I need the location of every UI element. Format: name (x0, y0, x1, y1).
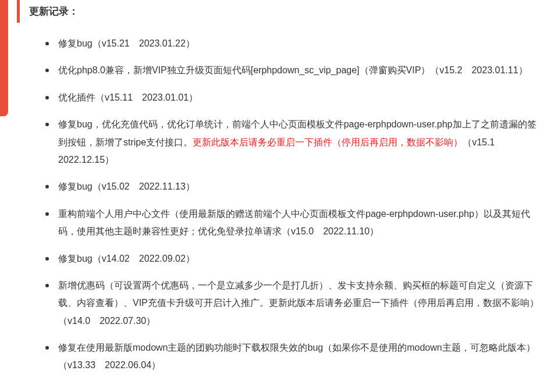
changelog-item: 新增优惠码（可设置两个优惠码，一个是立减多少一个是打几折）、发卡支持余额、购买框… (58, 277, 542, 330)
header-box: 更新记录： (17, 0, 548, 23)
changelog-item: 修复bug（v15.02 2022.11.13） (58, 178, 542, 195)
changelog-item: 重构前端个人用户中心文件（使用最新版的赠送前端个人中心页面模板文件page-er… (58, 205, 542, 241)
changelog-item: 优化php8.0兼容，新增VIP独立升级页面短代码[erphpdown_sc_v… (58, 62, 542, 79)
changelog-item: 修复bug，优化充值代码，优化订单统计，前端个人中心页面模板文件page-erp… (58, 116, 542, 169)
left-accent-bar (0, 0, 8, 116)
changelog-item: 修复bug（v15.21 2023.01.22） (58, 35, 542, 52)
changelog-item: 修复bug（v14.02 2022.09.02） (58, 250, 542, 268)
changelog-content: 修复bug（v15.21 2023.01.22） 优化php8.0兼容，新增VI… (35, 35, 542, 384)
changelog-list: 修复bug（v15.21 2023.01.22） 优化php8.0兼容，新增VI… (35, 35, 542, 375)
section-title: 更新记录： (29, 5, 548, 18)
changelog-item: 修复在使用最新版modown主题的团购功能时下载权限失效的bug（如果你不是使用… (58, 339, 542, 375)
changelog-highlight: 更新此版本后请务必重启一下插件（停用后再启用，数据不影响） (193, 137, 463, 147)
changelog-item: 优化插件（v15.11 2023.01.01） (58, 89, 542, 106)
